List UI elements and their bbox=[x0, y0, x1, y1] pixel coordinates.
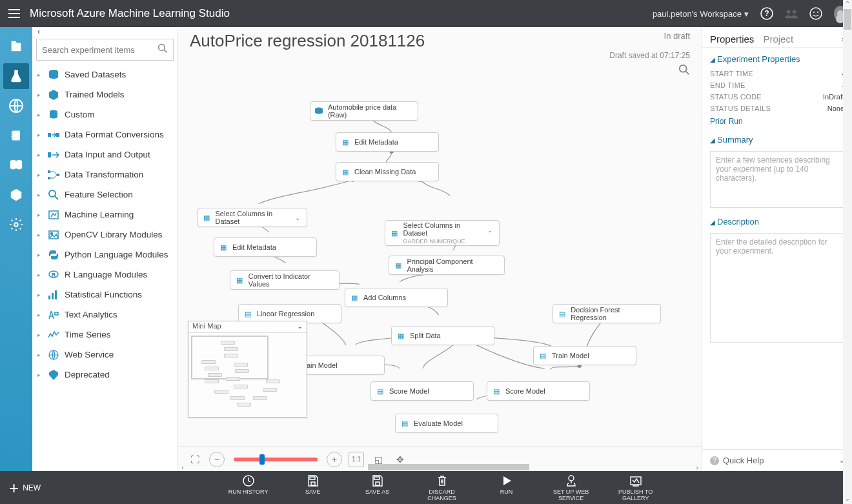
chevron-down-icon[interactable]: ⌄ bbox=[297, 322, 303, 332]
node-select-columns-1[interactable]: ▦Select Columns in Dataset⌄ bbox=[198, 208, 307, 227]
hamburger-menu-button[interactable] bbox=[5, 5, 23, 23]
scroll-up-arrow[interactable]: ⌃ bbox=[843, 0, 852, 9]
section-description[interactable]: ◢Description bbox=[702, 210, 852, 230]
run-button[interactable]: RUN bbox=[487, 474, 527, 501]
node-edit-metadata-2[interactable]: ▦Edit Metadata bbox=[214, 237, 317, 257]
module-icon: ▦ bbox=[396, 330, 406, 341]
rail-settings-icon[interactable] bbox=[3, 212, 29, 237]
horizontal-scrollbar[interactable]: ‹ › bbox=[178, 463, 702, 471]
rail-experiments-icon[interactable] bbox=[3, 63, 29, 89]
svg-text:R: R bbox=[52, 272, 56, 278]
palette-category-python[interactable]: ▸Python Language Modules bbox=[32, 245, 178, 265]
node-score-model-1[interactable]: ▤Score Model bbox=[370, 381, 474, 401]
experiment-title[interactable]: AutoPrice regression 20181126 bbox=[190, 31, 425, 51]
workspace-dropdown[interactable]: paul.peton's Workspace ▾ bbox=[653, 9, 749, 19]
palette-category-web-service[interactable]: ▸Web Service bbox=[32, 345, 178, 365]
description-textarea[interactable]: Enter the detailed description for your … bbox=[710, 233, 844, 343]
palette-category-statistical[interactable]: ▸Statistical Functions bbox=[32, 285, 178, 305]
people-icon[interactable] bbox=[785, 7, 798, 20]
palette-category-time-series[interactable]: ▸Time Series bbox=[32, 325, 178, 345]
scroll-right-arrow[interactable]: › bbox=[693, 463, 702, 471]
palette-category-feature-selection[interactable]: ▸Feature Selection bbox=[32, 185, 178, 205]
prop-end-time: END TIME- bbox=[710, 79, 844, 91]
python-icon bbox=[48, 249, 59, 261]
tab-properties[interactable]: Properties bbox=[710, 34, 754, 45]
zoom-slider[interactable] bbox=[234, 458, 318, 461]
text-icon bbox=[48, 309, 59, 321]
module-icon: ▦ bbox=[218, 242, 228, 252]
node-decision-forest[interactable]: ▤Decision Forest Regression bbox=[553, 304, 661, 323]
palette-category-data-format[interactable]: ▸Data Format Conversions bbox=[32, 125, 178, 145]
minimap-body[interactable] bbox=[188, 333, 307, 417]
vscroll-thumb[interactable] bbox=[844, 9, 851, 30]
node-split-data[interactable]: ▦Split Data bbox=[391, 326, 494, 345]
rail-projects-icon[interactable] bbox=[3, 34, 29, 59]
scroll-down-arrow[interactable]: ⌄ bbox=[843, 495, 852, 504]
magnifier-icon bbox=[48, 189, 59, 201]
prior-run-link[interactable]: Prior Run bbox=[702, 114, 852, 128]
ml-node-icon: ▤ bbox=[400, 418, 410, 428]
new-button[interactable]: + NEW bbox=[9, 481, 41, 494]
quick-help-toggle[interactable]: ? Quick Help ⌄ bbox=[702, 449, 852, 471]
node-automobile-price-data[interactable]: Automobile price data (Raw) bbox=[310, 101, 418, 121]
node-clean-missing-data[interactable]: ▦Clean Missing Data bbox=[336, 162, 439, 181]
save-button[interactable]: SAVE bbox=[293, 474, 333, 501]
chevron-down-icon: ⌄ bbox=[295, 214, 300, 221]
svg-point-2 bbox=[787, 10, 790, 14]
svg-rect-18 bbox=[48, 170, 50, 173]
svg-point-11 bbox=[14, 223, 18, 227]
vertical-scrollbar[interactable]: ⌃ ⌄ bbox=[843, 0, 852, 504]
publish-gallery-button[interactable]: PUBLISH TO GALLERY bbox=[616, 474, 656, 501]
palette-category-text-analytics[interactable]: ▸Text Analytics bbox=[32, 305, 178, 325]
left-icon-rail bbox=[0, 27, 32, 471]
rail-webservices-icon[interactable] bbox=[3, 93, 29, 119]
svg-rect-19 bbox=[48, 177, 50, 179]
rail-notebooks-icon[interactable] bbox=[3, 123, 29, 148]
minimap[interactable]: Mini Map⌄ bbox=[188, 321, 307, 418]
section-experiment-properties[interactable]: ◢Experiment Properties bbox=[702, 48, 852, 68]
palette-category-deprecated[interactable]: ▸Deprecated bbox=[32, 365, 178, 385]
palette-category-saved-datasets[interactable]: ▸Saved Datasets bbox=[32, 65, 178, 85]
experiment-canvas[interactable]: Automobile price data (Raw) ▦Edit Metada… bbox=[178, 79, 702, 447]
palette-category-r[interactable]: ▸RR Language Modules bbox=[32, 265, 178, 285]
node-edit-metadata-1[interactable]: ▦Edit Metadata bbox=[336, 132, 439, 152]
run-history-button[interactable]: RUN HISTORY bbox=[228, 474, 269, 501]
node-pca[interactable]: ▦Principal Component Analysis bbox=[389, 256, 505, 275]
node-add-columns[interactable]: ▦Add Columns bbox=[345, 288, 448, 307]
help-icon[interactable]: ? bbox=[760, 7, 773, 20]
discard-button[interactable]: DISCARD CHANGES bbox=[422, 474, 462, 501]
palette-category-opencv[interactable]: ▸OpenCV Library Modules bbox=[32, 225, 178, 245]
setup-webservice-button[interactable]: SET UP WEB SERVICE bbox=[551, 474, 591, 501]
palette-category-data-transform[interactable]: ▸Data Transformation bbox=[32, 165, 178, 185]
palette-category-machine-learning[interactable]: ▸Machine Learning bbox=[32, 205, 178, 225]
datasets-icon bbox=[48, 69, 59, 81]
experiment-canvas-area: AutoPrice regression 20181126 In draft D… bbox=[178, 27, 702, 471]
rail-models-icon[interactable] bbox=[3, 182, 29, 208]
module-icon: ▦ bbox=[202, 212, 212, 223]
node-select-columns-2[interactable]: ▦Select Columns in DatasetGARDER NUMERIQ… bbox=[385, 220, 500, 246]
canvas-search-icon[interactable] bbox=[609, 64, 690, 78]
palette-search[interactable] bbox=[36, 39, 174, 61]
tab-project[interactable]: Project bbox=[763, 34, 793, 45]
convert-icon bbox=[48, 129, 59, 141]
rail-datasets-icon[interactable] bbox=[3, 152, 29, 178]
node-evaluate-model[interactable]: ▤Evaluate Model bbox=[395, 414, 498, 433]
node-score-model-2[interactable]: ▤Score Model bbox=[487, 381, 590, 401]
smile-feedback-icon[interactable] bbox=[809, 7, 822, 20]
node-train-model-2[interactable]: ▤Train Model bbox=[533, 346, 636, 365]
footer-bar: + NEW RUN HISTORY SAVE SAVE AS DISCARD C… bbox=[0, 471, 852, 504]
summary-textarea[interactable]: Enter a few sentences describing your ex… bbox=[710, 151, 844, 208]
palette-collapse-button[interactable]: ‹ bbox=[32, 27, 178, 37]
module-icon: ▦ bbox=[340, 166, 350, 177]
section-summary[interactable]: ◢Summary bbox=[702, 128, 852, 148]
deprecated-icon bbox=[48, 369, 59, 381]
scroll-thumb[interactable] bbox=[368, 464, 529, 470]
palette-category-data-io[interactable]: ▸Data Input and Output bbox=[32, 145, 178, 165]
palette-search-input[interactable] bbox=[42, 45, 157, 55]
node-convert-indicator[interactable]: ▦Convert to Indicator Values bbox=[230, 270, 340, 290]
scroll-left-arrow[interactable]: ‹ bbox=[178, 463, 187, 471]
palette-category-custom[interactable]: ▸Custom bbox=[32, 105, 178, 125]
save-as-button[interactable]: SAVE AS bbox=[358, 474, 398, 501]
minimap-title: Mini Map bbox=[192, 322, 221, 332]
palette-category-trained-models[interactable]: ▸Trained Models bbox=[32, 85, 178, 105]
